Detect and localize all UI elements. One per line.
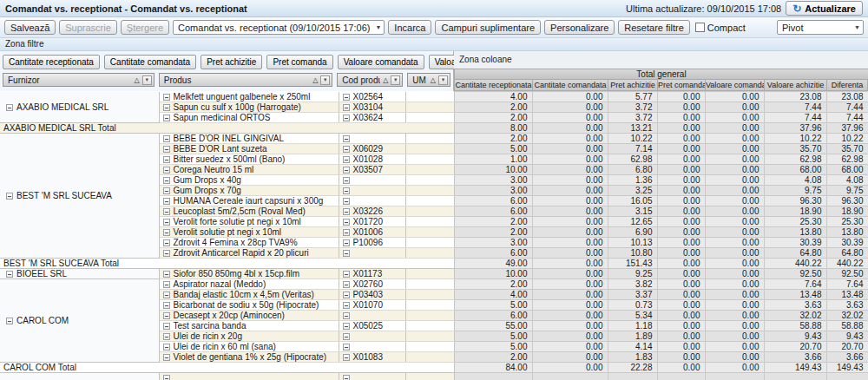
- product-code-cell[interactable]: X03104: [339, 102, 405, 113]
- product-cell[interactable]: BEBE D'OR Lant suzeta: [159, 144, 339, 154]
- collapse-icon[interactable]: [343, 146, 350, 153]
- sort-asc-icon[interactable]: △: [312, 76, 318, 84]
- filter-dropdown-icon[interactable]: ▾: [438, 75, 448, 85]
- collapse-icon[interactable]: [6, 193, 13, 200]
- product-cell[interactable]: Verolit solutie pt negi x 10ml: [159, 227, 339, 238]
- product-code-cell[interactable]: X01173: [339, 269, 405, 279]
- product-cell[interactable]: Sapun medicinal ORTOS: [159, 113, 339, 123]
- product-cell[interactable]: Siofor 850 850mg 4bl x 15cp.film: [159, 269, 339, 279]
- product-cell[interactable]: Zdrovit Anticarcel Rapid x 20 plicuri: [159, 248, 339, 259]
- collapse-icon[interactable]: [343, 354, 350, 361]
- collapse-icon[interactable]: [6, 318, 13, 324]
- filter-dropdown-icon[interactable]: ▾: [142, 75, 152, 85]
- report-select[interactable]: Comandat vs. receptionat (09/10/2015 17:…: [173, 20, 385, 35]
- product-code-cell[interactable]: X03507: [339, 165, 405, 175]
- supplier-cell[interactable]: CAROL COM: [0, 279, 159, 363]
- product-cell[interactable]: Bandaj elastic 10cm x 4,5m (Veritas): [159, 290, 339, 300]
- collapse-icon[interactable]: [343, 156, 350, 163]
- collapse-icon[interactable]: [343, 198, 350, 205]
- product-code-cell[interactable]: X01083: [339, 352, 405, 363]
- collapse-icon[interactable]: [343, 292, 350, 298]
- measure-chip-cantitate-comandata[interactable]: Cantitate comandata: [104, 55, 196, 69]
- product-code-cell[interactable]: [339, 331, 405, 342]
- collapse-icon[interactable]: [343, 333, 350, 340]
- collapse-icon[interactable]: [343, 135, 350, 142]
- collapse-icon[interactable]: [163, 239, 170, 246]
- collapse-icon[interactable]: [343, 312, 350, 319]
- collapse-icon[interactable]: [343, 229, 350, 236]
- product-cell[interactable]: Leucoplast 5m/2,5cm (Roval Med): [159, 206, 339, 217]
- collapse-icon[interactable]: [163, 292, 170, 298]
- collapse-icon[interactable]: [343, 177, 350, 184]
- filter-dropdown-icon[interactable]: ▾: [320, 75, 330, 85]
- product-code-cell[interactable]: X01070: [339, 300, 405, 311]
- supplier-cell[interactable]: [0, 373, 159, 380]
- collapse-icon[interactable]: [163, 333, 170, 340]
- product-code-cell[interactable]: P03403: [339, 290, 405, 300]
- collapse-icon[interactable]: [163, 229, 170, 236]
- product-cell[interactable]: Test sarcina banda: [159, 321, 339, 331]
- collapse-icon[interactable]: [343, 250, 350, 257]
- collapse-icon[interactable]: [163, 302, 170, 309]
- measure-chip-cantitate-receptionata[interactable]: Cantitate receptionata: [3, 55, 100, 69]
- refresh-button[interactable]: ↻ Actualizare: [786, 1, 863, 16]
- product-cell[interactable]: Decasept x 20cp (Aminocen): [159, 311, 339, 321]
- product-cell[interactable]: Ulei de ricin x 20g: [159, 331, 339, 342]
- collapse-icon[interactable]: [343, 208, 350, 215]
- delete-button[interactable]: Ștergere: [121, 20, 169, 35]
- product-code-cell[interactable]: [339, 342, 405, 352]
- supplier-cell[interactable]: BEST 'M SRL SUCEAVA: [0, 134, 159, 259]
- filter-dropdown-icon[interactable]: ▾: [391, 75, 400, 85]
- load-button[interactable]: Incarca: [388, 20, 431, 35]
- collapse-icon[interactable]: [343, 239, 350, 246]
- collapse-icon[interactable]: [163, 94, 170, 101]
- row-field-chip-produs[interactable]: Produs△▾: [159, 73, 333, 87]
- product-code-cell[interactable]: [339, 175, 405, 186]
- product-cell[interactable]: Melkfett unguent galbenele x 250ml: [159, 92, 339, 102]
- product-code-cell[interactable]: X02760: [339, 279, 405, 290]
- collapse-icon[interactable]: [343, 271, 350, 278]
- collapse-icon[interactable]: [343, 104, 350, 111]
- reset-filters-button[interactable]: Resetare filtre: [618, 20, 689, 35]
- value-column-header-diferenta[interactable]: Diferenta: [826, 80, 868, 91]
- product-cell[interactable]: HUMANA Cereale iaurt capsuni x 300g: [159, 196, 339, 206]
- product-code-cell[interactable]: X01006: [339, 227, 405, 238]
- measure-chip-pret-achizitie[interactable]: Pret achizitie: [201, 55, 262, 69]
- product-code-cell[interactable]: P10096: [339, 238, 405, 248]
- collapse-icon[interactable]: [163, 375, 170, 380]
- row-field-chip-cod-produs[interactable]: Cod produs△▾: [337, 73, 403, 87]
- sort-asc-icon[interactable]: △: [383, 76, 388, 84]
- collapse-icon[interactable]: [163, 344, 170, 351]
- collapse-icon[interactable]: [163, 167, 170, 174]
- collapse-icon[interactable]: [343, 302, 350, 309]
- value-column-header-cantitate-comandata[interactable]: Cantitate comandata: [532, 80, 608, 91]
- collapse-icon[interactable]: [343, 344, 350, 351]
- collapse-icon[interactable]: [163, 104, 170, 111]
- product-cell[interactable]: Ulei de ricin x 60 ml (sana): [159, 342, 339, 352]
- collapse-icon[interactable]: [343, 375, 350, 380]
- measure-chip-pret-comanda[interactable]: Pret comanda: [266, 55, 332, 69]
- row-field-chip-furnizor[interactable]: Furnizor△▾: [3, 73, 155, 87]
- collapse-icon[interactable]: [163, 219, 170, 226]
- save-button[interactable]: Salvează: [4, 20, 56, 35]
- collapse-icon[interactable]: [163, 312, 170, 319]
- product-code-cell[interactable]: X03624: [339, 113, 405, 123]
- product-cell[interactable]: Gum Drops x 40g: [159, 175, 339, 186]
- collapse-icon[interactable]: [343, 219, 350, 226]
- collapse-icon[interactable]: [343, 94, 350, 101]
- value-column-header-valoare-comandata[interactable]: Valoare comandata: [705, 80, 764, 91]
- collapse-icon[interactable]: [163, 146, 170, 153]
- value-column-header-pret-achizitie[interactable]: Pret achizitie: [608, 80, 657, 91]
- product-code-cell[interactable]: X01028: [339, 154, 405, 165]
- collapse-icon[interactable]: [343, 281, 350, 288]
- product-code-cell[interactable]: X03226: [339, 206, 405, 217]
- collapse-icon[interactable]: [163, 198, 170, 205]
- product-code-cell[interactable]: [339, 186, 405, 196]
- collapse-icon[interactable]: [6, 271, 13, 278]
- personalize-button[interactable]: Personalizare: [544, 20, 615, 35]
- collapse-icon[interactable]: [163, 115, 170, 121]
- collapse-icon[interactable]: [343, 187, 350, 194]
- product-code-cell[interactable]: [339, 311, 405, 321]
- measure-chip-valoare-comandata[interactable]: Valoare comandata: [338, 55, 424, 69]
- sort-asc-icon[interactable]: △: [135, 76, 140, 84]
